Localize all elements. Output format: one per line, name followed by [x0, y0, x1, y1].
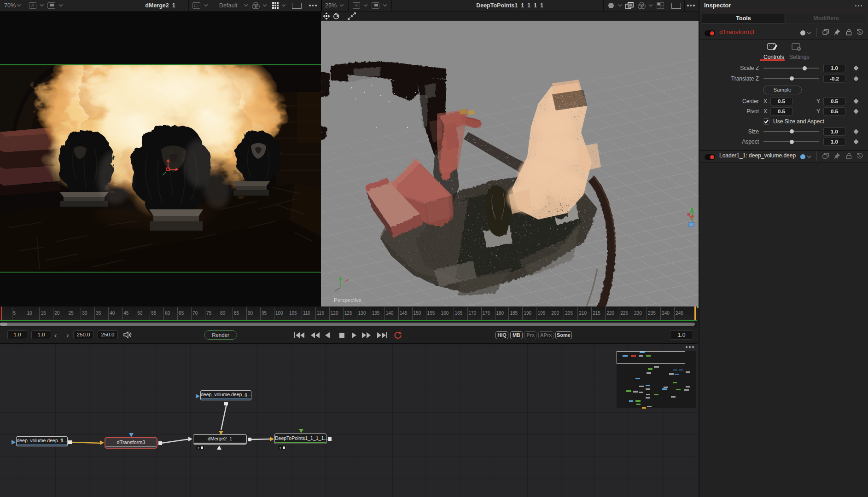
- svg-text:Perspective: Perspective: [334, 297, 361, 303]
